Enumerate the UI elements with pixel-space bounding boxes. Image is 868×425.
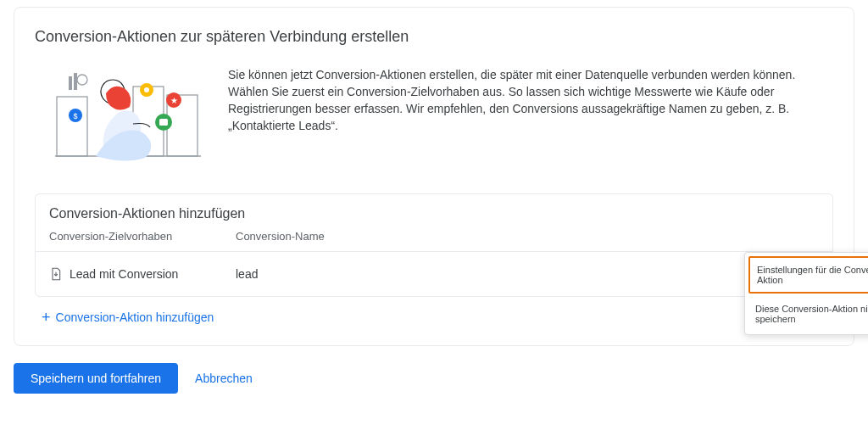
- svg-rect-0: [57, 97, 87, 156]
- svg-rect-5: [74, 73, 77, 90]
- table-row: Lead mit Conversion lead Einst: [36, 252, 832, 296]
- card-description: Sie können jetzt Conversion-Aktionen ers…: [228, 63, 833, 134]
- cancel-button[interactable]: Abbrechen: [192, 363, 256, 394]
- illustration-svg: $ ★: [35, 63, 204, 173]
- table-heading: Conversion-Aktionen hinzufügen: [49, 206, 819, 221]
- plus-icon: +: [42, 311, 51, 323]
- svg-rect-14: [159, 119, 168, 126]
- svg-point-10: [144, 87, 149, 92]
- footer-buttons: Speichern und fortfahren Abbrechen: [14, 363, 854, 394]
- document-download-icon: [49, 267, 63, 281]
- row-goal-label: Lead mit Conversion: [70, 267, 178, 281]
- row-name-cell: lead: [236, 267, 789, 281]
- column-name: Conversion-Name: [236, 230, 819, 243]
- svg-text:$: $: [73, 112, 77, 120]
- svg-point-6: [77, 75, 87, 85]
- card-title: Conversion-Aktionen zur späteren Verbind…: [35, 28, 833, 46]
- table-header: Conversion-Aktionen hinzufügen Conversio…: [36, 194, 832, 252]
- svg-text:★: ★: [170, 96, 178, 105]
- row-goal-cell: Lead mit Conversion: [49, 267, 236, 281]
- conversion-actions-table: Conversion-Aktionen hinzufügen Conversio…: [35, 193, 833, 297]
- column-goal: Conversion-Zielvorhaben: [49, 230, 236, 243]
- svg-rect-4: [69, 76, 72, 90]
- conversion-create-card: Conversion-Aktionen zur späteren Verbind…: [14, 7, 854, 346]
- illustration-person: $ ★: [35, 63, 204, 173]
- add-link-label: Conversion-Aktion hinzufügen: [56, 310, 214, 324]
- save-continue-button[interactable]: Speichern und fortfahren: [14, 363, 178, 394]
- intro-row: $ ★ Sie können jetzt Conversion-Aktionen…: [35, 63, 833, 173]
- add-conversion-action-link[interactable]: + Conversion-Aktion hinzufügen: [35, 310, 214, 324]
- row-action-menu: Einstellungen für die Conversion-Aktion …: [744, 252, 868, 335]
- table-column-row: Conversion-Zielvorhaben Conversion-Name: [49, 230, 819, 243]
- menu-item-discard-conversion[interactable]: Diese Conversion-Aktion nicht speichern: [745, 295, 868, 333]
- menu-item-conversion-settings[interactable]: Einstellungen für die Conversion-Aktion: [748, 256, 868, 294]
